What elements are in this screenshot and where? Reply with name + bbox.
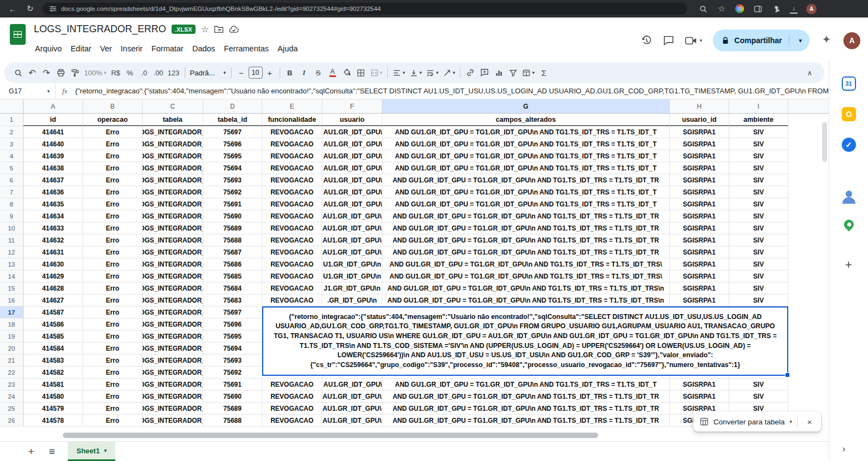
cell[interactable]: LOGS_INTEGRADOR_E — [143, 403, 203, 415]
cell[interactable]: Erro — [83, 318, 143, 330]
cell[interactable]: LOGS_INTEGRADOR_E — [143, 367, 203, 379]
cell[interactable]: 414583 — [23, 354, 83, 367]
cloud-status-icon[interactable] — [229, 25, 239, 33]
cell[interactable]: SIV — [729, 138, 788, 150]
cell[interactable]: : AU1.GR_IDT_GPU\n — [322, 403, 382, 415]
cell[interactable]: Erro — [83, 391, 143, 403]
cell[interactable]: AND GU1.GR_IDT_GPU = TG1.GR_IDT_GPU\n AN… — [382, 391, 670, 403]
cell[interactable]: REVOGACAO — [262, 415, 322, 427]
menu-arquivo[interactable]: Arquivo — [31, 43, 66, 55]
cell[interactable]: SGISRPA1 — [670, 270, 729, 282]
cell[interactable]: 414584 — [23, 342, 83, 354]
cell[interactable]: 414578 — [23, 415, 83, 427]
row-header-21[interactable]: 21 — [0, 354, 23, 367]
cell[interactable]: 75689 — [203, 222, 262, 234]
cell[interactable]: SIV — [729, 162, 788, 174]
cell[interactable]: 414641 — [23, 126, 83, 138]
cell[interactable]: REVOGACAO — [262, 379, 322, 391]
menu-formatar[interactable]: Formatar — [147, 43, 188, 55]
vertical-align-icon[interactable]: ▾ — [408, 65, 424, 80]
cell[interactable]: 414640 — [23, 138, 83, 150]
cell[interactable]: Erro — [83, 367, 143, 379]
name-box-caret-icon[interactable]: ▾ — [47, 88, 50, 94]
cell[interactable]: SIV — [729, 246, 788, 258]
cell[interactable]: SIV — [729, 270, 788, 282]
cell[interactable]: 75690 — [203, 391, 262, 403]
cell[interactable]: : AU1.GR_IDT_GPU\n — [322, 391, 382, 403]
cell[interactable]: LOGS_INTEGRADOR_E — [143, 415, 203, 427]
font-select[interactable]: Padrã...▾ — [188, 65, 228, 80]
cell[interactable]: SIV — [729, 234, 788, 246]
row-header-7[interactable]: 7 — [0, 186, 23, 198]
cell[interactable]: REVOGACAO — [262, 294, 322, 306]
column-header-B[interactable]: B — [83, 99, 143, 113]
cell[interactable]: LOGS_INTEGRADOR_E — [143, 246, 203, 258]
cell[interactable]: AND GU1.GR_IDT_GPU = TG1.GR_IDT_GPU\n AN… — [382, 210, 670, 222]
cell[interactable]: LOGS_INTEGRADOR_E — [143, 330, 203, 342]
cell[interactable]: Erro — [83, 379, 143, 391]
cell[interactable]: Erro — [83, 174, 143, 186]
cell[interactable]: LOGS_INTEGRADOR_E — [143, 294, 203, 306]
cell[interactable]: 75686 — [203, 258, 262, 270]
borders-icon[interactable] — [354, 65, 368, 80]
cell[interactable]: 414629 — [23, 270, 83, 282]
cell[interactable]: 414579 — [23, 403, 83, 415]
italic-button[interactable]: I — [297, 65, 311, 80]
cell[interactable]: SIV — [729, 186, 788, 198]
side-panel-collapse-icon[interactable]: › — [842, 444, 846, 454]
row-header-18[interactable]: 18 — [0, 318, 23, 330]
column-header-F[interactable]: F — [322, 99, 382, 113]
cell[interactable]: AND GU1.GR_IDT_GPU = TG1.GR_IDT_GPU\n AN… — [382, 138, 670, 150]
cell[interactable]: AND GU1.GR_IDT_GPU = TG1.GR_IDT_GPU\n AN… — [382, 415, 670, 427]
column-header-C[interactable]: C — [143, 99, 203, 113]
row-header-9[interactable]: 9 — [0, 210, 23, 222]
convert-to-table-toast[interactable]: Converter para tabela ▾ × — [693, 412, 821, 432]
paint-format-icon[interactable] — [68, 65, 82, 80]
cell[interactable]: Erro — [83, 186, 143, 198]
cell[interactable]: Erro — [83, 198, 143, 210]
cell[interactable]: U1.GR_IDT_GPU\n — [322, 270, 382, 282]
cell[interactable]: LOGS_INTEGRADOR_E — [143, 234, 203, 246]
cell[interactable]: Erro — [83, 403, 143, 415]
row-header-12[interactable]: 12 — [0, 246, 23, 258]
cell[interactable]: = AU1.GR_IDT_GPU\n — [322, 174, 382, 186]
insert-chart-icon[interactable] — [492, 65, 506, 80]
menu-editar[interactable]: Editar — [66, 43, 96, 55]
row-header-4[interactable]: 4 — [0, 150, 23, 162]
row-header-11[interactable]: 11 — [0, 234, 23, 246]
print-icon[interactable] — [54, 65, 68, 80]
meet-video-icon[interactable]: ▾ — [685, 36, 702, 45]
share-caret-icon[interactable]: ▾ — [794, 37, 806, 44]
cell[interactable]: Erro — [83, 354, 143, 367]
cell[interactable]: AND GU1.GR_IDT_GPU = TG1.GR_IDT_GPU\n AN… — [382, 234, 670, 246]
text-color-button[interactable]: A — [326, 65, 340, 80]
move-folder-icon[interactable] — [214, 25, 223, 33]
cell[interactable]: 414631 — [23, 246, 83, 258]
cell[interactable]: : AU1.GR_IDT_GPU\n — [322, 222, 382, 234]
row-header-17[interactable]: 17 — [0, 306, 23, 318]
vertical-scrollbar[interactable] — [821, 115, 828, 421]
cell[interactable]: REVOGACAO — [262, 258, 322, 270]
more-formats-button[interactable]: 123 — [166, 65, 182, 80]
cell[interactable]: = AU1.GR_IDT_GPU\n — [322, 198, 382, 210]
cell[interactable]: AND GU1.GR_IDT_GPU = TG1.GR_IDT_GPU\n AN… — [382, 126, 670, 138]
extension-colored-icon[interactable] — [735, 4, 744, 13]
cell[interactable]: Erro — [83, 162, 143, 174]
cell[interactable]: AND GU1.GR_IDT_GPU = TG1.GR_IDT_GPU\n AN… — [382, 150, 670, 162]
text-wrap-icon[interactable]: ▾ — [424, 65, 441, 80]
sheets-logo-icon[interactable] — [10, 24, 26, 45]
cell[interactable]: 75696 — [203, 318, 262, 330]
cell[interactable]: LOGS_INTEGRADOR_E — [143, 318, 203, 330]
cell[interactable]: LOGS_INTEGRADOR_E — [143, 258, 203, 270]
cell[interactable]: 75692 — [203, 367, 262, 379]
cell[interactable]: Erro — [83, 258, 143, 270]
row-header-3[interactable]: 3 — [0, 138, 23, 150]
row-header-14[interactable]: 14 — [0, 270, 23, 282]
cell[interactable]: Erro — [83, 415, 143, 427]
row-header-2[interactable]: 2 — [0, 126, 23, 138]
cell[interactable]: REVOGACAO — [262, 222, 322, 234]
cell[interactable]: : AU1.GR_IDT_GPU\n — [322, 234, 382, 246]
cell[interactable]: REVOGACAO — [262, 282, 322, 294]
sheet-tab-sheet1[interactable]: Sheet1 ▾ — [68, 442, 115, 461]
meet-caret-icon[interactable]: ▾ — [700, 38, 702, 43]
